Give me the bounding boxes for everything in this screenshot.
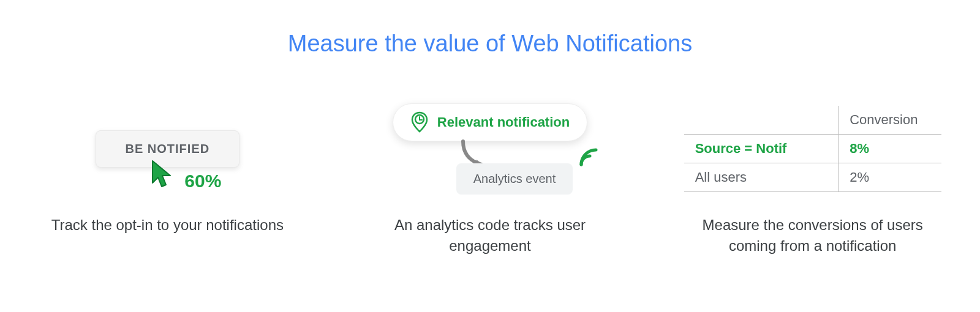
page-title: Measure the value of Web Notifications [24,31,956,57]
cursor-with-percent: 60% [149,157,221,191]
column-1: BE NOTIFIED 60% Track the opt-in to your… [24,94,311,256]
column-2: Relevant notification Analytics event [347,94,633,256]
broadcast-icon [578,146,600,171]
col2-diagram: Relevant notification Analytics event [347,94,633,204]
header-blank [684,106,839,135]
table-row: Source = Notif 8% [684,134,941,163]
row-label-all: All users [684,163,839,191]
col3-caption: Measure the conversions of users coming … [690,215,935,256]
table-row: All users 2% [684,163,941,191]
opt-in-percentage: 60% [184,171,221,191]
col2-caption: An analytics code tracks user engagement [368,215,612,256]
row-label-notif: Source = Notif [684,134,839,163]
notification-pill: Relevant notification [393,103,587,141]
cursor-icon [149,158,176,190]
analytics-event-pill: Analytics event [456,163,573,195]
columns: BE NOTIFIED 60% Track the opt-in to your… [24,94,956,256]
row-value-all: 2% [839,163,941,191]
conversion-table: Conversion Source = Notif 8% All users 2… [684,106,941,192]
col1-caption: Track the opt-in to your notifications [51,215,284,236]
column-3: Conversion Source = Notif 8% All users 2… [669,94,956,256]
table-header-row: Conversion [684,106,941,135]
row-value-notif: 8% [839,134,941,163]
col3-diagram: Conversion Source = Notif 8% All users 2… [669,94,956,204]
notification-label: Relevant notification [437,114,570,130]
col1-diagram: BE NOTIFIED 60% [24,94,311,204]
header-conversion: Conversion [839,106,941,135]
analytics-label: Analytics event [473,172,556,185]
clock-location-icon [410,111,429,133]
